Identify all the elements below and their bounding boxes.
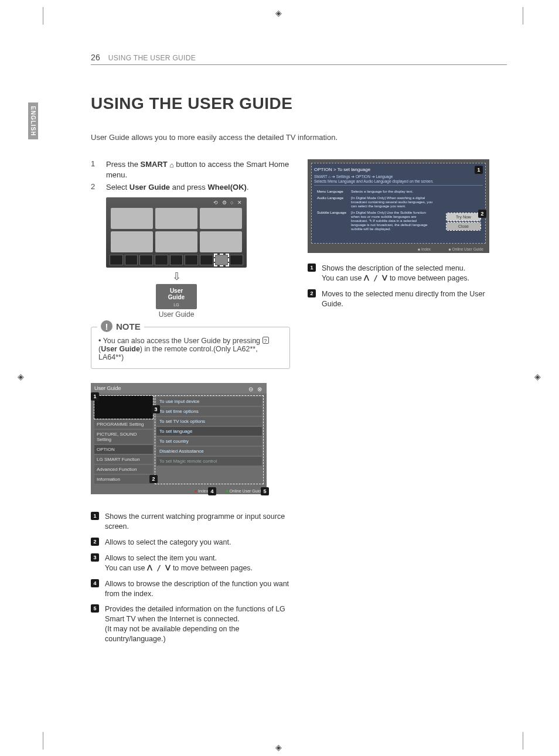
- legend2-text: Allows to select the category you want.: [105, 538, 290, 548]
- callout-4: 4: [208, 487, 216, 495]
- legend-right: 1 Shows the description of the selected …: [308, 264, 507, 309]
- note-box: ! NOTE You can also access the User Guid…: [91, 327, 290, 369]
- ug3-breadcrumb: OPTION > To set language: [314, 167, 483, 172]
- callout-2: 2: [149, 475, 158, 483]
- home-icon: ⌂: [169, 160, 173, 170]
- note-heading: NOTE: [116, 321, 141, 331]
- legend-badge-4: 4: [91, 579, 99, 587]
- close-button[interactable]: Close: [446, 223, 480, 230]
- ug3-sub2: Selects Menu Language and Audio Language…: [314, 179, 483, 183]
- step2-mid: and press: [170, 183, 207, 191]
- legend-badge-5: 5: [91, 604, 99, 613]
- callout-3: 3: [152, 405, 160, 413]
- chevron-icons: ꓥ / ꓦ: [364, 273, 388, 282]
- legend5a-text: Provides the detailed information on the…: [105, 605, 285, 623]
- ug2-item: To use input device: [156, 397, 262, 406]
- page-title: USING THE USER GUIDE: [91, 94, 507, 113]
- legend-badge-1: 1: [91, 512, 99, 520]
- language-tab: ENGLISH: [28, 102, 38, 139]
- ug2-item: Disabled Assisstance: [156, 447, 262, 456]
- ug2-cat: Advanced Function: [94, 465, 153, 474]
- legend1-text: Shows the current watching programme or …: [105, 512, 290, 532]
- step1-smart: SMART: [141, 160, 168, 169]
- try-now-button[interactable]: Try Now: [446, 213, 480, 221]
- ug2-item: To set time options: [156, 407, 262, 416]
- step1-pre: Press the: [106, 160, 141, 169]
- legend-r1b-pre: You can use: [322, 274, 364, 282]
- user-guide-caption: User Guide: [106, 310, 247, 319]
- screenshot-user-guide-list: User Guide ⊖ ⊗ 1 PROGRAMME Setting PICTU…: [91, 383, 267, 494]
- callout-1: 1: [91, 392, 99, 401]
- registration-mark-left: ◈: [18, 372, 24, 381]
- userguide-key-icon: ?: [263, 337, 269, 344]
- arrow-down-icon: ⇩: [106, 270, 247, 283]
- chevron-icons: ꓥ / ꓦ: [147, 563, 171, 572]
- step2-wheel: Wheel(OK): [207, 183, 246, 191]
- legend-left: 1 Shows the current watching programme o…: [91, 512, 290, 644]
- intro-text: User Guide allows you to more easily acc…: [91, 133, 507, 142]
- step-1: 1 Press the SMART ⌂ button to access the…: [91, 159, 290, 180]
- ug3-foot-index: ■ Index: [418, 247, 431, 251]
- callout-r1: 1: [475, 166, 483, 174]
- callout-r2: 2: [478, 210, 486, 218]
- ug2-window-icons: ⊖ ⊗: [248, 384, 263, 395]
- ug2-cat: PROGRAMME Setting: [94, 420, 153, 429]
- note-icon: !: [101, 320, 113, 332]
- step2-post: .: [247, 183, 249, 191]
- legend-r2: Moves to the selected menu directly from…: [322, 289, 507, 309]
- registration-mark-right: ◈: [534, 372, 541, 381]
- screenshot-smart-home: ⟲ ⚙ ○ ✕: [106, 197, 247, 268]
- ug2-item: To set language: [156, 427, 262, 436]
- screenshot-language-detail: ⊖ ⊗ OPTION > To set language 1 SMART ⌂ ➔…: [308, 159, 489, 253]
- legend-r-badge-2: 2: [308, 289, 316, 297]
- legend3b-pre: You can use: [105, 564, 147, 572]
- legend-badge-3: 3: [91, 553, 99, 562]
- legend4-text: Allows to browse the description of the …: [105, 579, 290, 599]
- left-column: 1 Press the SMART ⌂ button to access the…: [91, 159, 290, 650]
- legend-r1b-post: to move between pages.: [387, 274, 469, 282]
- step2-pre: Select: [106, 183, 129, 191]
- right-column: ⊖ ⊗ OPTION > To set language 1 SMART ⌂ ➔…: [308, 159, 507, 650]
- ug2-item: To set TV lock options: [156, 417, 262, 426]
- page-number: 26: [91, 53, 100, 62]
- legend3b-post: to move between pages.: [171, 564, 253, 572]
- ug2-cat: OPTION: [94, 445, 153, 454]
- user-guide-tile: User Guide LG: [156, 284, 197, 310]
- ug2-footer-online: Online User Guide: [226, 489, 263, 493]
- running-head-text: USING THE USER GUIDE: [108, 54, 196, 62]
- ug2-item: To set Magic remote control: [156, 457, 262, 466]
- legend-r-badge-1: 1: [308, 264, 316, 272]
- ug2-item: To set country: [156, 437, 262, 446]
- ug2-header: User Guide: [94, 385, 121, 391]
- registration-mark-bottom: ◈: [275, 743, 282, 752]
- ug3-table: Menu LanguageSelects a language for the …: [314, 187, 435, 232]
- ug3-foot-online: ■ Online User Guide: [449, 247, 483, 251]
- ug2-cat: Information2: [94, 475, 153, 484]
- running-head: 26 USING THE USER GUIDE: [91, 53, 507, 65]
- legend3a-text: Allows to select the item you want.: [105, 554, 217, 562]
- ug2-cat: PICTURE, SOUND Setting: [94, 430, 153, 444]
- ug3-sub1: SMART ⌂ ➔ Settings ➔ OPTION ➔ Language: [314, 175, 483, 179]
- legend-r1a: Shows the description of the selected me…: [322, 264, 465, 272]
- step-2: 2 Select User Guide and press Wheel(OK).: [91, 182, 290, 193]
- note-pre: You can also access the User Guide by pr…: [103, 337, 263, 345]
- step2-userguide: User Guide: [129, 183, 170, 191]
- legend5b-text: (It may not be available depending on th…: [105, 625, 239, 643]
- page: 26 USING THE USER GUIDE USING THE USER G…: [44, 12, 524, 744]
- ug2-footer-index: Index: [195, 489, 208, 493]
- legend-badge-2: 2: [91, 538, 99, 546]
- ug2-cat: LG SMART Function: [94, 455, 153, 464]
- callout-5: 5: [261, 487, 269, 495]
- note-ug: User Guide: [101, 345, 140, 353]
